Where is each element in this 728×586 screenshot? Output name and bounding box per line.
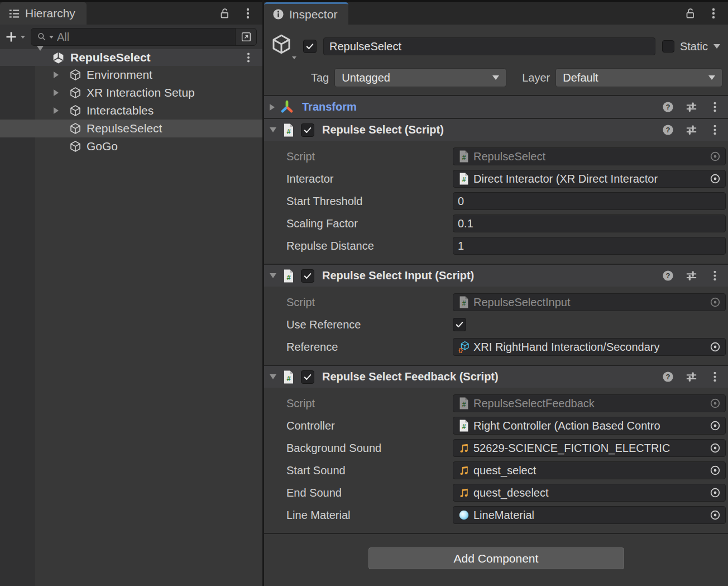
check-icon <box>303 125 313 135</box>
layer-dropdown[interactable]: Default <box>555 68 722 87</box>
object-picker-icon[interactable] <box>705 509 725 521</box>
foldout-closed-icon[interactable] <box>54 107 59 114</box>
kebab-menu-icon[interactable] <box>708 101 721 113</box>
object-field-script[interactable]: RepulseSelect <box>453 147 726 165</box>
component-header-repulse-select-input[interactable]: Repulse Select Input (Script) <box>264 264 728 287</box>
gameobject-name-field[interactable]: RepulseSelect <box>323 37 655 55</box>
tab-inspector[interactable]: Inspector <box>264 2 348 25</box>
hierarchy-item-repulseselect[interactable]: RepulseSelect <box>0 120 262 137</box>
use-reference-checkbox[interactable] <box>453 318 466 331</box>
static-checkbox[interactable] <box>662 40 674 53</box>
number-field-repulse-distance[interactable]: 1 <box>453 237 726 255</box>
foldout-closed-icon[interactable] <box>270 104 275 111</box>
component-body-repulse-select-input: Script RepulseSelectInput Use Reference … <box>264 287 728 365</box>
kebab-menu-icon[interactable] <box>708 123 721 136</box>
help-icon[interactable] <box>662 101 674 113</box>
create-object-button[interactable] <box>4 30 25 44</box>
unity-editor: Hierarchy <box>0 0 728 586</box>
static-dropdown-chevron-icon[interactable] <box>713 44 720 49</box>
script-icon <box>458 397 470 410</box>
presets-icon[interactable] <box>685 269 698 282</box>
hierarchy-item-xr-interaction-setup[interactable]: XR Interaction Setup <box>0 84 262 102</box>
item-label: Interactables <box>87 104 154 117</box>
property-row-controller: Controller Right Controller (Action Base… <box>264 415 728 437</box>
property-label: Script <box>264 150 453 163</box>
component-header-transform[interactable]: Transform <box>264 95 728 118</box>
gameobject-cube-icon <box>270 32 293 56</box>
check-icon <box>303 372 313 382</box>
kebab-menu-icon[interactable] <box>708 269 721 282</box>
number-field-start-threshold[interactable]: 0 <box>453 192 726 210</box>
presets-icon[interactable] <box>685 370 698 383</box>
object-picker-icon[interactable] <box>705 464 725 477</box>
object-field-background-sound[interactable]: 52629-SCIENCE_FICTION_ELECTRIC <box>453 439 726 457</box>
hierarchy-item-interactables[interactable]: Interactables <box>0 102 262 120</box>
inspector-tab-label: Inspector <box>289 8 337 21</box>
number-field-scaling-factor[interactable]: 0.1 <box>453 215 726 232</box>
gameobject-icon-button[interactable] <box>270 32 296 60</box>
property-row-start-threshold: Start Threshold 0 <box>264 190 728 212</box>
object-picker-icon[interactable] <box>705 487 725 499</box>
component-body-repulse-select-feedback: Script RepulseSelectFeedback Controller … <box>264 388 728 533</box>
object-picker-icon[interactable] <box>705 420 725 432</box>
object-picker-icon[interactable] <box>705 173 725 185</box>
object-picker-icon[interactable] <box>705 341 725 353</box>
chevron-down-icon <box>492 75 499 80</box>
property-row-end-sound: End Sound quest_deselect <box>264 482 728 504</box>
property-label: Background Sound <box>264 442 453 455</box>
unlock-icon[interactable] <box>683 7 697 20</box>
object-field-controller[interactable]: Right Controller (Action Based Contro <box>453 417 726 435</box>
check-icon <box>305 41 315 51</box>
inspector-panel: Inspector RepulseSelect <box>264 0 728 586</box>
add-component-button[interactable]: Add Component <box>368 547 624 569</box>
kebab-menu-icon[interactable] <box>707 7 720 20</box>
object-field-line-material[interactable]: LineMaterial <box>453 506 726 524</box>
object-field-reference[interactable]: XRI RightHand Interaction/Secondary <box>453 338 726 356</box>
foldout-open-icon[interactable] <box>270 374 276 379</box>
hierarchy-scene-row[interactable]: RepulseSelect <box>0 49 262 66</box>
script-icon <box>458 296 470 309</box>
script-icon <box>281 370 296 384</box>
object-field-script[interactable]: RepulseSelectInput <box>453 293 726 311</box>
open-search-window-button[interactable] <box>235 28 256 46</box>
kebab-menu-icon[interactable] <box>708 370 721 383</box>
component-enabled-checkbox[interactable] <box>301 370 314 384</box>
presets-icon[interactable] <box>685 101 698 113</box>
active-checkbox[interactable] <box>303 40 317 53</box>
kebab-menu-icon[interactable] <box>241 7 255 20</box>
object-field-end-sound[interactable]: quest_deselect <box>453 484 726 502</box>
foldout-closed-icon[interactable] <box>54 89 59 96</box>
object-picker-icon[interactable] <box>705 442 725 454</box>
help-icon[interactable] <box>662 370 674 383</box>
help-icon[interactable] <box>662 269 674 282</box>
hierarchy-item-gogo[interactable]: GoGo <box>0 137 262 155</box>
plus-icon <box>4 30 18 44</box>
component-enabled-checkbox[interactable] <box>301 123 314 137</box>
check-icon <box>454 320 464 330</box>
component-title: Repulse Select (Script) <box>322 123 444 136</box>
foldout-open-icon[interactable] <box>270 273 276 278</box>
search-filter-chevron-icon[interactable] <box>49 36 54 39</box>
component-enabled-checkbox[interactable] <box>301 269 314 283</box>
component-header-repulse-select-feedback[interactable]: Repulse Select Feedback (Script) <box>264 365 728 388</box>
tag-dropdown[interactable]: Untagged <box>334 68 506 87</box>
object-field-interactor[interactable]: Direct Interactor (XR Direct Interactor <box>453 170 726 188</box>
foldout-open-icon[interactable] <box>270 127 276 132</box>
object-field-script[interactable]: RepulseSelectFeedback <box>453 394 726 412</box>
object-picker-icon[interactable] <box>705 150 725 163</box>
hierarchy-item-environment[interactable]: Environment <box>0 66 262 84</box>
tab-hierarchy[interactable]: Hierarchy <box>0 2 87 25</box>
object-picker-icon[interactable] <box>705 397 725 409</box>
object-field-start-sound[interactable]: quest_select <box>453 461 726 479</box>
component-header-repulse-select[interactable]: Repulse Select (Script) <box>264 118 728 141</box>
object-picker-icon[interactable] <box>705 296 725 308</box>
foldout-closed-icon[interactable] <box>54 72 59 78</box>
help-icon[interactable] <box>662 123 674 136</box>
scene-kebab-menu-icon[interactable] <box>242 51 255 64</box>
hierarchy-tree: RepulseSelect Environment XR Interaction… <box>0 49 262 586</box>
presets-icon[interactable] <box>685 123 698 136</box>
unlock-icon[interactable] <box>218 7 231 20</box>
property-label: Controller <box>264 420 453 432</box>
search-input[interactable] <box>54 31 235 44</box>
foldout-open-icon[interactable] <box>37 46 44 64</box>
